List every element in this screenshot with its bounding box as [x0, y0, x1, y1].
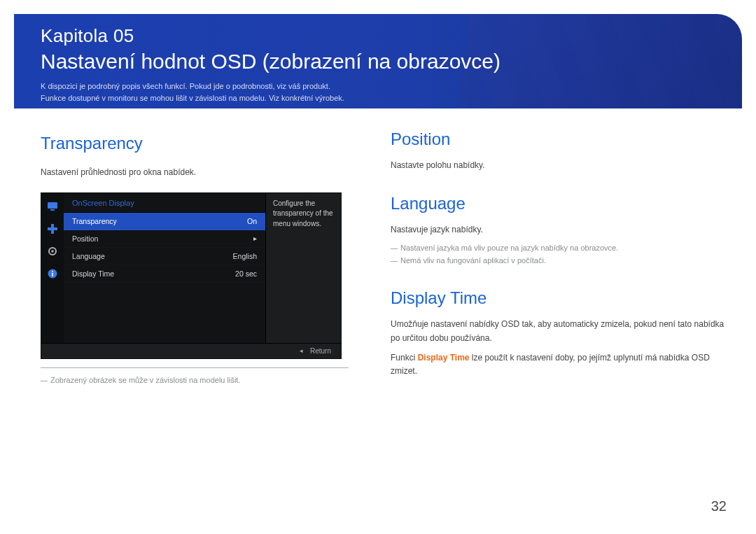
osd-main-panel: OnScreen Display Transparency On Positio… [64, 193, 265, 343]
osd-sidebar [41, 193, 64, 343]
section-title-position: Position [391, 129, 729, 149]
osd-row-language[interactable]: Language English [64, 248, 265, 265]
osd-screenshot: OnScreen Display Transparency On Positio… [41, 192, 342, 359]
dt-strong: Display Time [418, 353, 470, 363]
osd-row-label: Display Time [72, 269, 114, 278]
osd-empty-area [64, 283, 265, 343]
page-number: 32 [711, 498, 727, 514]
banner-description-2: Funkce dostupné v monitoru se mohou liši… [41, 92, 715, 104]
osd-row-value: English [233, 252, 257, 260]
osd-footer: ◂ Return [41, 343, 341, 358]
info-icon [46, 267, 59, 280]
osd-row-transparency[interactable]: Transparency On [64, 213, 265, 230]
page-content: Transparency Nastavení průhlednosti pro … [0, 108, 756, 386]
osd-row-label: Language [72, 252, 105, 260]
column-left: Transparency Nastavení průhlednosti pro … [41, 129, 349, 386]
osd-row-label: Position [72, 234, 98, 243]
svg-rect-7 [52, 273, 53, 276]
osd-return-label: Return [310, 347, 331, 355]
svg-rect-1 [50, 209, 55, 211]
section-title-display-time: Display Time [391, 288, 729, 308]
transparency-description: Nastavení průhlednosti pro okna nabídek. [41, 166, 349, 180]
divider [41, 367, 349, 368]
position-description: Nastavte polohu nabídky. [391, 159, 729, 173]
osd-row-value: 20 sec [235, 269, 257, 278]
section-title-transparency: Transparency [41, 134, 349, 153]
svg-rect-3 [48, 227, 57, 230]
osd-helper-text: Configure the transparency of the menu w… [265, 193, 341, 343]
chapter-banner: Kapitola 05 Nastavení hodnot OSD (zobraz… [14, 14, 742, 108]
monitor-icon [46, 200, 59, 213]
osd-row-position[interactable]: Position ▸ [64, 230, 265, 248]
gear-icon [46, 245, 59, 258]
language-description: Nastavuje jazyk nabídky. [391, 223, 729, 237]
svg-rect-8 [52, 271, 53, 272]
section-title-language: Language [391, 194, 729, 213]
osd-row-label: Transparency [72, 217, 117, 225]
column-right: Position Nastavte polohu nabídky. Langua… [391, 129, 729, 386]
dpad-icon [46, 223, 59, 235]
osd-header: OnScreen Display [64, 193, 265, 213]
chevron-right-icon: ▸ [253, 234, 257, 242]
dt-pre: Funkci [391, 353, 418, 363]
svg-rect-0 [48, 202, 57, 209]
triangle-left-icon: ◂ [300, 347, 303, 354]
language-note-2: Nemá vliv na fungování aplikací v počíta… [391, 254, 729, 267]
osd-row-value: On [247, 217, 257, 225]
display-time-description: Umožňuje nastavení nabídky OSD tak, aby … [391, 318, 729, 346]
image-disclaimer-note: Zobrazený obrázek se může v závislosti n… [41, 374, 349, 387]
svg-point-5 [51, 250, 54, 253]
chapter-label: Kapitola 05 [41, 25, 715, 47]
language-note-1: Nastavení jazyka má vliv pouze na jazyk … [391, 241, 729, 255]
display-time-line2: Funkci Display Time lze použít k nastave… [391, 351, 729, 379]
chapter-title: Nastavení hodnot OSD (zobrazení na obraz… [41, 50, 715, 73]
banner-description-1: K dispozici je podrobný popis všech funk… [41, 80, 715, 92]
osd-row-displaytime[interactable]: Display Time 20 sec [64, 265, 265, 283]
